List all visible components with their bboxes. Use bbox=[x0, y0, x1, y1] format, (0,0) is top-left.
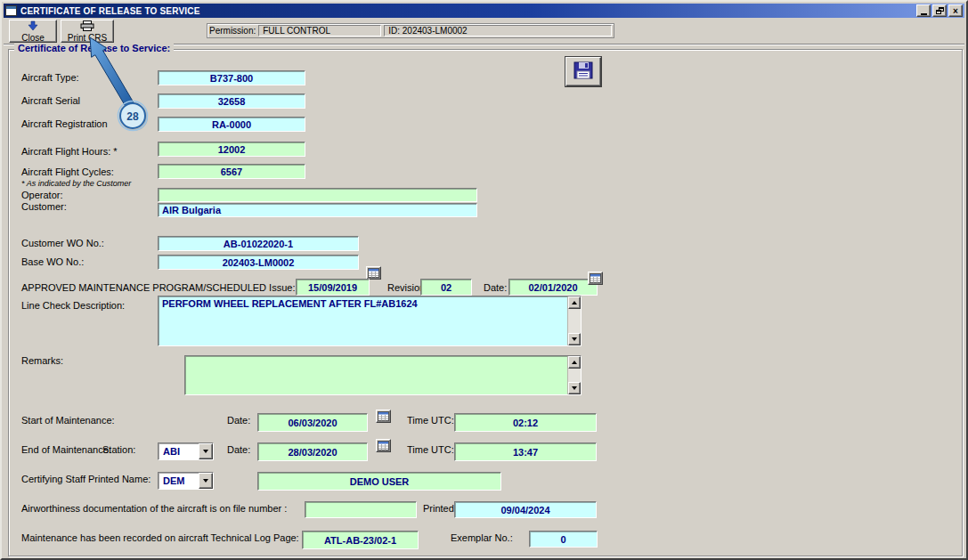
title-bar: CERTIFICATE OF RELEASE TO SERVICE × bbox=[4, 4, 964, 18]
close-icon: × bbox=[953, 6, 958, 16]
aircraft-serial-label: Aircraft Serial bbox=[21, 95, 80, 106]
start-date-label: Date: bbox=[227, 415, 250, 426]
app-icon bbox=[5, 5, 17, 16]
printed-label: Printed: bbox=[423, 503, 457, 514]
restore-button[interactable] bbox=[932, 4, 947, 17]
certifying-staff-combobox[interactable]: DEM bbox=[158, 472, 214, 490]
amp-date-label: Date: bbox=[484, 282, 507, 293]
aircraft-serial-field[interactable]: 32658 bbox=[158, 93, 305, 109]
tech-log-page-field[interactable]: ATL-AB-23/02-1 bbox=[302, 531, 419, 549]
permission-panel: Permission: FULL CONTROL ID: 202403-LM00… bbox=[207, 23, 614, 38]
flight-cycles-field[interactable]: 6567 bbox=[158, 164, 305, 179]
arrow-down-icon bbox=[572, 337, 577, 341]
floppy-disk-icon bbox=[573, 61, 593, 83]
remarks-text bbox=[185, 356, 567, 394]
flight-hours-label: Aircraft Flight Hours: * bbox=[21, 146, 118, 157]
print-crs-button[interactable]: Print CRS bbox=[61, 20, 114, 43]
remarks-scrollbar[interactable] bbox=[567, 356, 581, 394]
line-check-textarea[interactable]: PERFORM WHEEL REPLACEMENT AFTER FL#AB162… bbox=[158, 296, 582, 346]
exemplar-label: Exemplar No.: bbox=[451, 532, 513, 543]
aircraft-registration-label: Aircraft Registration bbox=[21, 118, 108, 129]
operator-label: Operator: bbox=[21, 190, 62, 200]
aircraft-type-field[interactable]: B737-800 bbox=[158, 70, 305, 85]
start-time-field[interactable]: 02:12 bbox=[454, 413, 597, 432]
station-dropdown-button[interactable] bbox=[199, 443, 213, 459]
scroll-down-button[interactable] bbox=[568, 333, 581, 345]
operator-field[interactable] bbox=[158, 188, 477, 202]
file-number-field[interactable] bbox=[305, 501, 417, 518]
scroll-down-button[interactable] bbox=[568, 382, 581, 394]
amp-issue-field[interactable]: 15/09/2019 bbox=[296, 279, 370, 296]
printer-icon bbox=[80, 20, 94, 33]
certifying-staff-code: DEM bbox=[159, 473, 199, 489]
arrow-up-icon bbox=[572, 301, 577, 304]
start-date-field[interactable]: 06/03/2020 bbox=[257, 413, 368, 432]
amp-revision-field[interactable]: 02 bbox=[420, 279, 472, 296]
window-title: CERTIFICATE OF RELEASE TO SERVICE bbox=[20, 6, 916, 16]
base-wo-label: Base WO No.: bbox=[21, 256, 84, 267]
start-maintenance-label: Start of Maintenance: bbox=[21, 415, 115, 426]
chevron-down-icon bbox=[203, 479, 208, 483]
close-window-button[interactable]: × bbox=[948, 4, 963, 17]
application-window: CERTIFICATE OF RELEASE TO SERVICE × Clos… bbox=[0, 0, 968, 560]
arrow-up-icon bbox=[572, 361, 577, 364]
arrow-down-icon bbox=[572, 386, 577, 390]
close-button-label: Close bbox=[21, 33, 45, 43]
certifying-staff-name-field[interactable]: DEMO USER bbox=[257, 472, 501, 491]
permission-label: Permission: bbox=[209, 26, 256, 36]
scroll-up-button[interactable] bbox=[568, 296, 581, 309]
calendar-icon bbox=[378, 441, 389, 450]
amp-date-calendar-button[interactable] bbox=[588, 272, 603, 285]
flight-cycles-label: Aircraft Flight Cycles: bbox=[21, 166, 114, 177]
printed-date-field[interactable]: 09/04/2024 bbox=[454, 501, 597, 518]
start-time-label: Time UTC: bbox=[407, 415, 454, 426]
start-date-calendar-button[interactable] bbox=[376, 410, 391, 423]
calendar-icon bbox=[590, 273, 601, 283]
station-label: Station: bbox=[102, 444, 135, 455]
line-check-scrollbar[interactable] bbox=[567, 296, 581, 345]
print-crs-label: Print CRS bbox=[68, 33, 107, 43]
customer-wo-label: Customer WO No.: bbox=[21, 238, 104, 248]
calendar-icon bbox=[378, 411, 389, 421]
remarks-textarea[interactable] bbox=[184, 355, 582, 395]
certifying-staff-label: Certifying Staff Printed Name: bbox=[21, 474, 150, 484]
station-combobox[interactable]: ABI bbox=[158, 442, 214, 460]
certifying-staff-dropdown-button[interactable] bbox=[199, 473, 213, 489]
aircraft-type-label: Aircraft Type: bbox=[21, 72, 79, 83]
customer-field[interactable]: AIR Bulgaria bbox=[158, 203, 477, 217]
end-time-label: Time UTC: bbox=[407, 444, 454, 455]
flight-hours-field[interactable]: 12002 bbox=[158, 142, 305, 157]
customer-wo-field[interactable]: AB-01022020-1 bbox=[158, 236, 359, 251]
end-date-label: Date: bbox=[227, 444, 250, 455]
end-time-field[interactable]: 13:47 bbox=[454, 442, 597, 461]
base-wo-field[interactable]: 202403-LM0002 bbox=[158, 255, 359, 270]
remarks-label: Remarks: bbox=[21, 355, 63, 366]
save-button[interactable] bbox=[565, 57, 601, 86]
station-value: ABI bbox=[159, 443, 199, 459]
calendar-icon bbox=[368, 268, 379, 278]
amp-date-field[interactable]: 02/01/2020 bbox=[508, 279, 598, 296]
exit-icon bbox=[27, 20, 39, 33]
customer-footnote: * As indicated by the Customer bbox=[21, 179, 131, 188]
end-maintenance-label: End of Maintenance: bbox=[21, 444, 111, 455]
issue-calendar-button[interactable] bbox=[366, 266, 381, 280]
groupbox-title: Certificate of Release to Service: bbox=[14, 43, 174, 53]
toolbar: Close Print CRS Permission: FULL CONTROL… bbox=[4, 18, 964, 45]
customer-label: Customer: bbox=[21, 201, 67, 212]
scroll-up-button[interactable] bbox=[568, 356, 581, 369]
minimize-icon bbox=[921, 13, 927, 15]
permission-value: FULL CONTROL bbox=[258, 25, 381, 37]
close-button[interactable]: Close bbox=[9, 20, 57, 43]
chevron-down-icon bbox=[203, 450, 208, 453]
document-id-value: ID: 202403-LM0002 bbox=[384, 25, 612, 37]
exemplar-field[interactable]: 0 bbox=[529, 531, 598, 548]
end-date-field[interactable]: 28/03/2020 bbox=[257, 442, 368, 461]
tech-log-label: Maintenance has been recorded on aircraf… bbox=[21, 532, 299, 543]
restore-icon bbox=[936, 7, 944, 14]
line-check-label: Line Check Description: bbox=[21, 300, 125, 311]
minimize-button[interactable] bbox=[916, 4, 931, 17]
aircraft-registration-field[interactable]: RA-0000 bbox=[158, 117, 305, 132]
amp-label: APPROVED MAINTENANCE PROGRAM/SCHEDULED I… bbox=[21, 282, 295, 293]
end-date-calendar-button[interactable] bbox=[376, 439, 391, 452]
line-check-text: PERFORM WHEEL REPLACEMENT AFTER FL#AB162… bbox=[159, 296, 567, 345]
